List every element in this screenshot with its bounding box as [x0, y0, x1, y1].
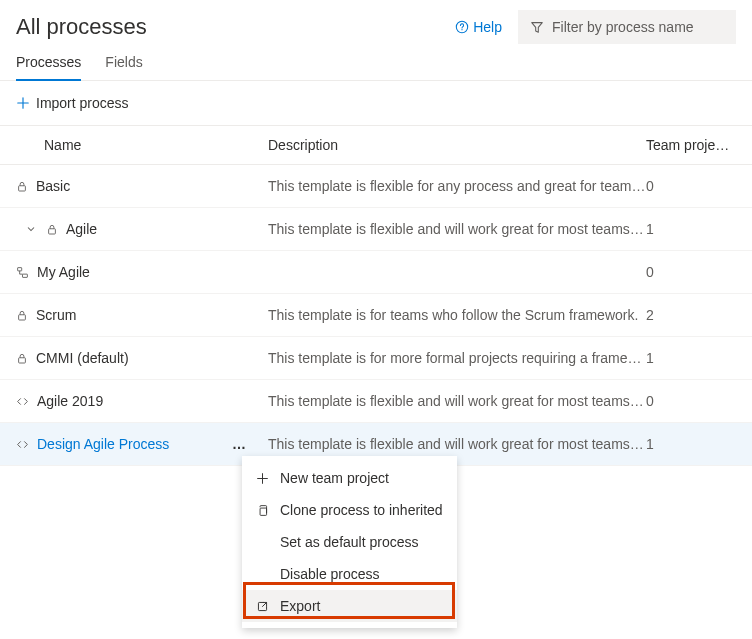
table-header: Name Description Team proje…: [0, 125, 752, 165]
process-name: My Agile: [37, 264, 90, 280]
chevron-down-icon[interactable]: [24, 223, 38, 235]
lock-icon: [16, 180, 28, 193]
process-projects: 1: [646, 221, 736, 237]
lock-icon: [16, 352, 28, 365]
process-description: This template is flexible and will work …: [268, 436, 646, 452]
svg-rect-7: [19, 357, 26, 362]
process-name: CMMI (default): [36, 350, 129, 366]
process-description: This template is flexible and will work …: [268, 393, 646, 409]
svg-point-1: [462, 29, 463, 30]
tab-processes[interactable]: Processes: [16, 54, 81, 80]
svg-rect-5: [23, 274, 28, 277]
svg-rect-6: [19, 314, 26, 319]
code-icon: [16, 395, 29, 408]
col-header-name[interactable]: Name: [16, 137, 268, 153]
process-projects: 0: [646, 178, 736, 194]
process-description: This template is for teams who follow th…: [268, 307, 646, 323]
import-process-label: Import process: [36, 95, 129, 111]
process-name[interactable]: Design Agile Process: [37, 436, 169, 452]
menu-new-team-project[interactable]: New team project: [242, 462, 457, 466]
tab-fields[interactable]: Fields: [105, 54, 142, 80]
filter-input-container[interactable]: [518, 10, 736, 44]
page-title: All processes: [16, 14, 147, 40]
import-process-button[interactable]: Import process: [16, 95, 129, 111]
lock-icon: [16, 309, 28, 322]
col-header-projects[interactable]: Team proje…: [646, 137, 736, 153]
code-icon: [16, 438, 29, 451]
table-row[interactable]: Agile This template is flexible and will…: [0, 208, 752, 251]
process-projects: 1: [646, 436, 736, 452]
process-name: Agile 2019: [37, 393, 103, 409]
table-row[interactable]: Scrum This template is for teams who fol…: [0, 294, 752, 337]
process-projects: 0: [646, 264, 736, 280]
process-name: Basic: [36, 178, 70, 194]
table-row[interactable]: Agile 2019 This template is flexible and…: [0, 380, 752, 423]
table-row[interactable]: My Agile 0: [0, 251, 752, 294]
col-header-description[interactable]: Description: [268, 137, 646, 153]
filter-input[interactable]: [552, 19, 724, 35]
process-projects: 1: [646, 350, 736, 366]
process-projects: 2: [646, 307, 736, 323]
context-menu: New team project Clone process to inheri…: [242, 456, 457, 466]
process-projects: 0: [646, 393, 736, 409]
svg-rect-2: [19, 185, 26, 190]
table-row[interactable]: CMMI (default) This template is for more…: [0, 337, 752, 380]
lock-icon: [46, 223, 58, 236]
process-name: Scrum: [36, 307, 76, 323]
process-description: This template is flexible and will work …: [268, 221, 646, 237]
plus-icon: [16, 96, 30, 110]
filter-icon: [530, 20, 544, 34]
table-row[interactable]: Basic This template is flexible for any …: [0, 165, 752, 208]
process-name: Agile: [66, 221, 97, 237]
process-description: This template is flexible for any proces…: [268, 178, 646, 194]
more-actions-button[interactable]: …: [228, 432, 250, 456]
process-description: This template is for more formal project…: [268, 350, 646, 366]
help-icon: [455, 20, 469, 34]
process-table: Name Description Team proje… Basic This …: [0, 125, 752, 466]
svg-rect-4: [18, 267, 22, 270]
svg-rect-3: [49, 228, 56, 233]
help-label: Help: [473, 19, 502, 35]
inherited-icon: [16, 266, 29, 279]
help-link[interactable]: Help: [455, 19, 502, 35]
